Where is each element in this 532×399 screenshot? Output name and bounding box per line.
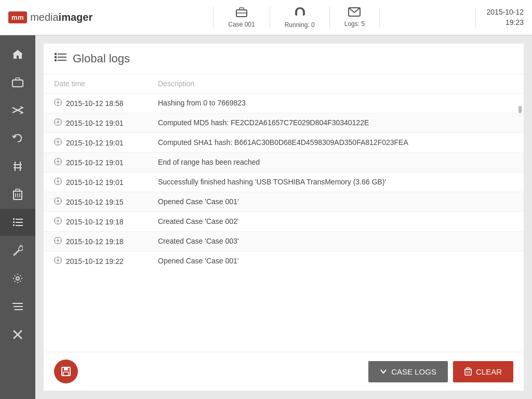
sidebar-item-shuffle[interactable]	[0, 97, 35, 124]
col-description: Description	[148, 74, 524, 94]
logo: mm mediaimager	[8, 11, 123, 23]
svg-point-74	[57, 220, 59, 222]
nav-logs-label: Logs: 5	[344, 20, 365, 28]
log-datetime-text-7: 2015-10-12 19:18	[66, 237, 124, 246]
svg-rect-94	[465, 369, 471, 375]
sidebar-item-list[interactable]	[0, 209, 35, 236]
svg-point-56	[57, 161, 59, 163]
log-icon-4	[54, 178, 62, 187]
header-date: 2015-10-12	[486, 7, 524, 18]
log-description-2: Computed SHA1 hash: B661AC30B0D68E4D4598…	[148, 133, 524, 153]
log-icon-5	[54, 197, 62, 206]
sidebar-item-lines[interactable]	[0, 293, 35, 320]
log-datetime-6: 2015-10-12 19:18	[44, 212, 148, 232]
svg-rect-98	[467, 368, 470, 369]
svg-point-80	[57, 240, 59, 242]
log-icon-8	[54, 257, 62, 265]
scroll-indicator[interactable]	[518, 106, 522, 113]
log-datetime-text-3: 2015-10-12 19:01	[66, 158, 124, 167]
svg-rect-5	[12, 80, 23, 87]
svg-rect-92	[64, 367, 68, 370]
log-icon-3	[54, 158, 62, 167]
nav-running[interactable]: Running: 0	[270, 6, 330, 29]
table-row: 2015-10-12 19:01 Computed MD5 hash: FE2C…	[44, 113, 524, 133]
log-datetime-1: 2015-10-12 19:01	[44, 113, 148, 133]
nav-logs[interactable]: Logs: 5	[330, 7, 380, 28]
nav-case-label: Case 001	[228, 21, 255, 28]
log-icon-1	[54, 118, 62, 127]
bottom-bar: CASE LOGS CLEAR	[44, 352, 524, 391]
clear-label: CLEAR	[476, 367, 502, 376]
sidebar	[0, 35, 35, 399]
sidebar-item-hash[interactable]	[0, 153, 35, 180]
sidebar-item-trash[interactable]	[0, 181, 35, 208]
svg-rect-36	[55, 59, 57, 61]
main-layout: Global logs Date time Description	[0, 35, 532, 399]
svg-rect-35	[55, 56, 57, 58]
panel-title: Global logs	[73, 52, 130, 65]
header-nav: Case 001 Running: 0 Logs: 5	[123, 6, 470, 29]
svg-rect-34	[55, 53, 57, 55]
table-row: 2015-10-12 19:18 Created Case 'Case 002'	[44, 212, 524, 232]
case-logs-button[interactable]: CASE LOGS	[368, 361, 448, 382]
log-description-1: Computed MD5 hash: FE2CD2A61657C7E029D80…	[148, 113, 524, 133]
svg-point-68	[57, 200, 59, 202]
svg-point-44	[57, 121, 59, 123]
panel-header: Global logs	[44, 44, 524, 74]
clear-button[interactable]: CLEAR	[453, 361, 513, 382]
sidebar-item-wrench[interactable]	[0, 237, 35, 264]
sidebar-item-close[interactable]	[0, 321, 35, 348]
log-datetime-text-2: 2015-10-12 19:01	[66, 139, 124, 147]
svg-point-25	[16, 277, 19, 280]
header-datetime: 2015-10-12 19:23	[475, 7, 524, 28]
log-table[interactable]: Date time Description	[44, 74, 524, 352]
svg-rect-6	[16, 78, 20, 80]
log-datetime-text-8: 2015-10-12 19:22	[66, 257, 124, 265]
col-datetime: Date time	[44, 74, 148, 94]
content-area: Global logs Date time Description	[35, 35, 532, 399]
save-button[interactable]	[54, 360, 78, 383]
case-logs-label: CASE LOGS	[391, 367, 436, 376]
header: mm mediaimager Case 001 Running: 0 Logs:…	[0, 0, 532, 35]
log-icon-0	[54, 99, 62, 108]
svg-point-38	[57, 101, 59, 103]
logo-text: mediaimager	[30, 11, 92, 23]
sidebar-item-settings[interactable]	[0, 265, 35, 292]
panel-header-icon	[54, 52, 66, 65]
log-datetime-text-4: 2015-10-12 19:01	[66, 178, 124, 187]
log-datetime-7: 2015-10-12 19:18	[44, 232, 148, 251]
log-description-3: End of range has been reached	[148, 153, 524, 172]
sidebar-item-home[interactable]	[0, 41, 35, 68]
log-datetime-text-5: 2015-10-12 19:15	[66, 198, 124, 206]
log-datetime-5: 2015-10-12 19:15	[44, 192, 148, 212]
log-icon-6	[54, 217, 62, 226]
log-datetime-3: 2015-10-12 19:01	[44, 153, 148, 172]
log-description-6: Created Case 'Case 002'	[148, 212, 524, 232]
sidebar-item-briefcase[interactable]	[0, 69, 35, 96]
svg-rect-18	[16, 189, 20, 191]
sidebar-item-undo[interactable]	[0, 125, 35, 152]
table-row: 2015-10-12 19:01 Successfully finished h…	[44, 172, 524, 192]
table-row: 2015-10-12 19:22 Opened Case 'Case 001'	[44, 251, 524, 271]
action-buttons: CASE LOGS CLEAR	[368, 361, 513, 382]
log-datetime-text-1: 2015-10-12 19:01	[66, 119, 124, 127]
log-description-8: Opened Case 'Case 001'	[148, 251, 524, 271]
svg-point-62	[57, 180, 59, 182]
log-datetime-text-0: 2015-10-12 18:58	[66, 99, 124, 108]
svg-rect-93	[63, 372, 69, 376]
log-datetime-4: 2015-10-12 19:01	[44, 172, 148, 192]
table-row: 2015-10-12 19:15 Opened Case 'Case 001'	[44, 192, 524, 212]
table-row: 2015-10-12 18:58 Hashing from 0 to 76698…	[44, 94, 524, 113]
briefcase-icon	[235, 7, 248, 20]
table-row: 2015-10-12 19:01 Computed SHA1 hash: B66…	[44, 133, 524, 153]
log-icon-7	[54, 237, 62, 246]
header-time: 19:23	[486, 18, 524, 28]
log-icon-2	[54, 138, 62, 147]
log-description-4: Successfully finished hashing 'USB TOSHI…	[148, 172, 524, 192]
table-row: 2015-10-12 19:01 End of range has been r…	[44, 153, 524, 172]
nav-running-label: Running: 0	[285, 21, 315, 29]
log-datetime-0: 2015-10-12 18:58	[44, 94, 148, 113]
log-datetime-8: 2015-10-12 19:22	[44, 251, 148, 271]
nav-case[interactable]: Case 001	[213, 7, 270, 28]
table-row: 2015-10-12 19:18 Created Case 'Case 003'	[44, 232, 524, 251]
